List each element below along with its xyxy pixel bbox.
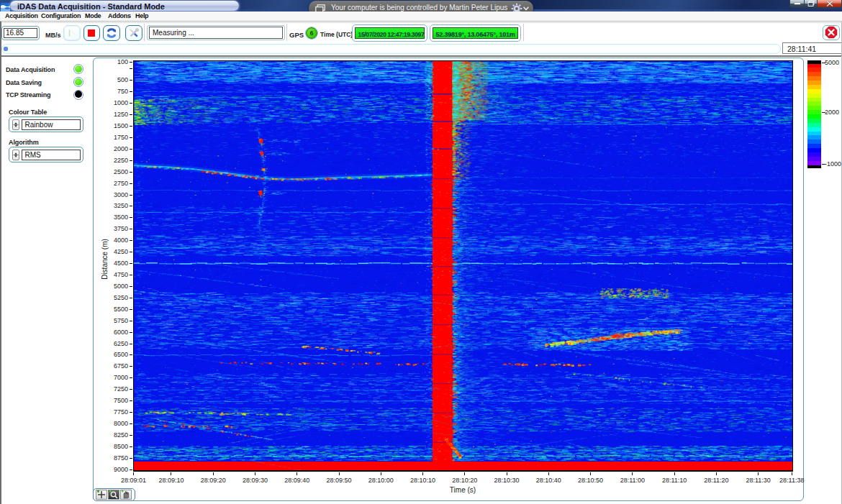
- x-tick: [133, 472, 134, 475]
- x-tick-label: 28:10:00: [362, 477, 399, 484]
- menu-item-acquisition[interactable]: Acquisition: [5, 12, 38, 19]
- stop-button[interactable]: [83, 25, 101, 41]
- main-divider: [0, 55, 842, 57]
- x-tick-label: 28:10:50: [572, 477, 610, 484]
- y-tick: [130, 423, 132, 424]
- x-tick: [255, 472, 255, 475]
- menu-item-mode[interactable]: Mode: [85, 12, 101, 19]
- toolbar-divider: [286, 24, 288, 41]
- y-tick: [130, 344, 132, 344]
- y-tick: [130, 332, 132, 333]
- indicator-label-0: Data Acquisition: [6, 66, 55, 73]
- chevron-down-icon[interactable]: [523, 6, 529, 11]
- y-tick-label: 7250: [104, 385, 128, 393]
- cursor-tool-button[interactable]: [96, 490, 107, 500]
- y-tick-label: 8250: [104, 431, 128, 439]
- y-tick: [130, 458, 132, 459]
- indicator-led-1: [73, 77, 83, 87]
- y-tick-label: 100: [104, 58, 128, 65]
- waterfall-canvas[interactable]: [134, 61, 792, 470]
- ring-spinner[interactable]: [12, 119, 19, 130]
- y-tick: [130, 366, 132, 367]
- indicator-label-2: TCP Streaming: [6, 91, 50, 98]
- start-button[interactable]: [63, 25, 81, 41]
- emergency-stop-button[interactable]: [823, 25, 840, 41]
- y-tick-label: 7750: [104, 408, 128, 416]
- zoom-tool-button[interactable]: [108, 490, 119, 500]
- spin-down-icon[interactable]: [14, 155, 17, 157]
- waterfall-plot[interactable]: [133, 60, 793, 472]
- utc-time-value: 15/07/2020 12:47:19.3097: [358, 31, 425, 38]
- y-tick: [130, 263, 132, 264]
- progress-strip: [1, 44, 781, 54]
- x-tick: [213, 472, 214, 475]
- y-tick-label: 750: [104, 88, 128, 95]
- spin-up-icon[interactable]: [14, 122, 17, 124]
- spin-down-icon[interactable]: [14, 125, 17, 127]
- x-tick: [758, 472, 759, 475]
- status-message-text: Measuring ...: [153, 29, 194, 37]
- y-tick: [130, 240, 132, 241]
- ring-value-box[interactable]: Rainbow: [22, 119, 81, 130]
- x-tick-label: 28:09:50: [320, 477, 358, 484]
- y-tick: [130, 114, 132, 115]
- y-tick-label: 1250: [104, 111, 128, 118]
- menu-item-addons[interactable]: Addons: [108, 12, 131, 19]
- indicator-led-0: [73, 64, 83, 74]
- x-tick-label: 28:09:01: [115, 477, 153, 484]
- y-tick-label: 2500: [104, 168, 128, 175]
- waves-logo-icon: [1, 3, 10, 12]
- gps-satellite-count: 6: [307, 29, 317, 37]
- ring-value-box[interactable]: RMS: [22, 150, 81, 160]
- y-tick: [130, 286, 132, 287]
- x-tick: [632, 472, 633, 475]
- y-tick: [130, 469, 132, 470]
- spin-up-icon[interactable]: [14, 152, 17, 155]
- y-tick: [130, 400, 132, 401]
- ring-control-colour-table[interactable]: Rainbow: [9, 116, 83, 132]
- ring-value: RMS: [25, 151, 41, 159]
- y-tick-label: 500: [104, 76, 128, 83]
- x-tick: [464, 472, 465, 475]
- color-scale-label: 5000: [825, 59, 839, 66]
- y-tick-label: 6750: [104, 362, 128, 370]
- window-edge-left: [0, 22, 1, 504]
- y-tick-label: 6000: [104, 329, 128, 336]
- ring-spinner[interactable]: [12, 150, 19, 160]
- x-tick-label: 28:10:40: [530, 477, 567, 484]
- x-tick-label: 28:10:30: [488, 477, 525, 484]
- y-tick-label: 2250: [104, 157, 128, 164]
- refresh-button[interactable]: [103, 25, 120, 41]
- ring-control-algorithm[interactable]: RMS: [9, 147, 83, 162]
- magnifier-icon: [109, 490, 118, 499]
- y-tick: [130, 377, 132, 378]
- utc-time-control: 15/07/2020 12:47:19.3097: [352, 24, 427, 42]
- app-icon: [1, 1, 10, 10]
- y-tick: [130, 275, 132, 275]
- data-rate-unit: MB/s: [45, 32, 61, 39]
- y-tick: [130, 435, 132, 436]
- data-rate-value: 16.85: [6, 29, 24, 37]
- pan-tool-button[interactable]: [120, 490, 132, 500]
- x-tick: [590, 472, 591, 475]
- menu-item-configuration[interactable]: Configuration: [41, 12, 81, 19]
- settings-button[interactable]: [125, 25, 142, 41]
- x-tick-label: 28:09:10: [153, 477, 190, 484]
- y-tick: [130, 217, 132, 218]
- y-tick: [130, 80, 132, 81]
- menu-item-help[interactable]: Help: [135, 12, 148, 19]
- x-tick: [548, 472, 549, 475]
- color-step: [807, 165, 821, 169]
- y-tick: [130, 252, 132, 252]
- indicator-led-2: [73, 90, 83, 100]
- y-tick-label: 6250: [104, 340, 128, 347]
- y-tick: [130, 149, 132, 150]
- y-tick-label: 3500: [104, 214, 128, 221]
- y-tick: [130, 68, 132, 69]
- toolbar-divider: [144, 24, 145, 41]
- maximize-button[interactable]: [805, 0, 818, 8]
- close-button[interactable]: [818, 0, 842, 8]
- gps-position-field: 52.39819°, 13.06475°, 101m: [433, 27, 518, 40]
- ring-label-0: Colour Table: [9, 109, 47, 116]
- minimize-button[interactable]: [789, 0, 805, 8]
